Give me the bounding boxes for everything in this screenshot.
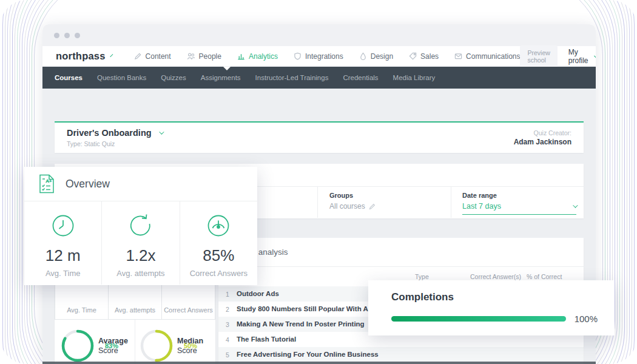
window-dot-icon[interactable] [64,33,70,38]
main-nav: northpass Content People Analytics [42,46,596,67]
avg-time-label: Avg. Time [46,269,81,278]
shield-icon [294,52,302,60]
nav-item-integrations[interactable]: Integrations [294,52,343,61]
quiz-type: Type: Static Quiz [67,140,163,147]
col-type: Type [415,273,429,280]
quiz-document-icon: A+ [39,174,55,194]
completions-percent: 100% [575,314,598,324]
date-range-label: Date range [462,192,576,199]
correct-answers-label: Correct Answers [190,269,248,278]
stat-avg-time: 12 m Avg. Time [24,201,102,285]
col-correct-answers: Correct Answer(s) [470,273,521,280]
groups-value[interactable]: All courses [329,202,376,211]
groups-filter: Groups All courses [329,192,376,211]
pencil-icon [134,52,142,60]
correct-answers-value: 85% [203,246,234,265]
nav-item-content[interactable]: Content [134,52,171,61]
completions-title: Completions [391,291,598,303]
completions-progress-bar [391,316,566,322]
envelope-icon [454,52,462,60]
filter-col-divider [451,187,451,218]
completions-spotlight-card: Completions 100% [368,280,615,335]
avg-attempts-label: Avg. attempts [116,269,164,278]
overview-title: Overview [66,178,110,190]
quiz-title: Driver's Onboarding [67,128,152,138]
my-profile-menu[interactable]: My profile [568,48,596,65]
stat-correct-answers: 85% Correct Answers [180,201,257,285]
completions-progress-fill [391,316,566,322]
nav-item-design[interactable]: Design [359,52,393,61]
groups-label: Groups [329,192,376,199]
scores-section: 83% Avarage Score 50% Median [55,320,215,364]
subnav-item-media-library[interactable]: Media Library [393,74,436,81]
refresh-icon [129,214,153,238]
window-titlebar [42,24,596,46]
avg-time-value: 12 m [46,246,81,265]
median-score-donut: 50% [140,329,174,363]
subnav-item-instructor-led-trainings[interactable]: Instructor-Led Trainings [255,74,329,81]
date-range-select[interactable]: Last 7 days [462,202,576,215]
average-score-label: Avarage Score [98,336,128,356]
median-score-label: Median Score [177,336,203,356]
date-range-filter: Date range Last 7 days [462,192,576,215]
bar-chart-icon [237,52,245,60]
analytics-subnav: Courses Question Banks Quizzes Assignmen… [42,67,596,89]
nav-item-people[interactable]: People [187,52,221,61]
window-dot-icon[interactable] [54,33,59,38]
logo-chevron-down-icon[interactable] [110,54,113,57]
northpass-logo[interactable]: northpass [56,50,106,62]
droplet-icon [359,52,367,60]
edit-pencil-icon[interactable] [369,203,376,210]
svg-text:A+: A+ [46,178,52,184]
marketing-canvas: northpass Content People Analytics [0,0,637,364]
avg-attempts-value: 1.2x [126,246,155,265]
filter-col-divider [317,187,318,218]
nav-item-sales[interactable]: Sales [409,52,439,61]
window-bottom-edge [42,362,596,364]
quiz-creator-label: Quiz Creator: [514,129,571,136]
subnav-item-courses[interactable]: Courses [55,74,83,81]
subnav-item-assignments[interactable]: Assignments [201,74,241,81]
subnav-item-credentials[interactable]: Credentials [343,74,378,81]
quiz-creator-name: Adam Jackinson [514,138,571,146]
quiz-header-card: Driver's Onboarding Type: Static Quiz Qu… [55,121,584,153]
average-score-donut: 83% [61,329,95,363]
preview-school-button[interactable]: Preview school [520,46,557,67]
scores-divider [135,320,135,364]
subnav-item-quizzes[interactable]: Quizzes [161,74,186,81]
window-dot-icon[interactable] [75,33,80,38]
gauge-icon [206,214,231,238]
stat-avg-attempts: 1.2x Avg. attempts [102,201,180,285]
people-icon [187,52,195,60]
subnav-notch [223,67,231,70]
nav-item-analytics[interactable]: Analytics [237,52,278,61]
date-chevron-down-icon [573,203,578,207]
overview-spotlight-card: A+ Overview 12 m Avg. Time 1.2x Avg. att… [24,167,257,285]
subnav-item-question-banks[interactable]: Question Banks [97,74,146,81]
tag-icon [409,52,417,60]
clock-icon [51,214,75,238]
table-row[interactable]: 5 Free Advertising For Your Online Busin… [218,347,584,362]
nav-item-communications[interactable]: Communications [454,52,520,61]
quiz-chevron-down-icon[interactable] [159,129,164,134]
profile-chevron-down-icon [594,53,596,57]
